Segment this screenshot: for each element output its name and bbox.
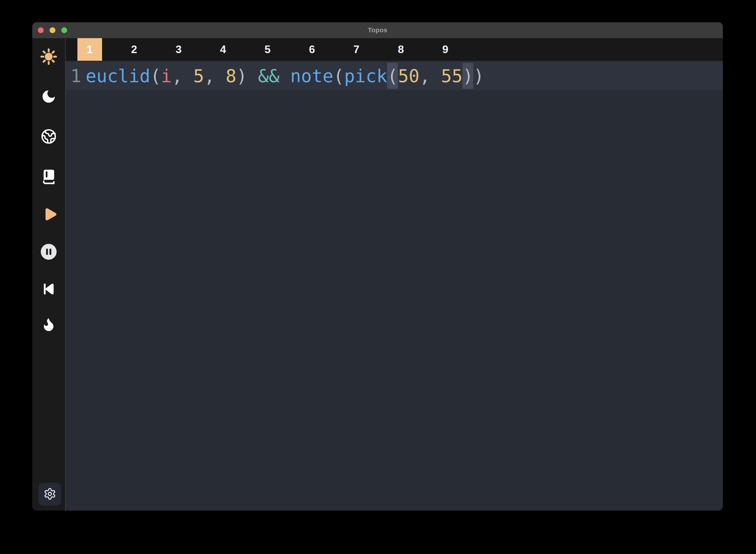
code-editor[interactable]: 1 euclid(i, 5, 8) && note(pick(50, 55)): [66, 61, 723, 510]
sidebar: [32, 38, 66, 510]
gear-icon: [44, 487, 56, 501]
zoom-button[interactable]: [61, 27, 67, 33]
code-token: euclid: [86, 65, 150, 86]
tab-4[interactable]: 4: [201, 38, 245, 61]
code-token: ,: [420, 65, 441, 86]
tab-label: 6: [300, 38, 324, 61]
editor-line-1[interactable]: 1 euclid(i, 5, 8) && note(pick(50, 55)): [66, 62, 723, 90]
flame-icon: [41, 316, 57, 332]
code-token: 5: [193, 65, 204, 86]
code-text: euclid(i, 5, 8) && note(pick(50, 55)): [86, 62, 484, 90]
code-token: &&: [258, 65, 290, 86]
code-token: (: [333, 65, 344, 86]
play-icon: [40, 206, 58, 224]
app-window: Topos: [32, 22, 723, 510]
code-token: i: [161, 65, 172, 86]
docs-button[interactable]: [41, 168, 57, 185]
code-token: 8: [226, 65, 236, 86]
matched-bracket: ): [462, 63, 473, 89]
code-token: ): [473, 65, 484, 86]
settings-button[interactable]: [39, 483, 61, 506]
code-token: pick: [344, 65, 387, 86]
window-body: 1 2 3 4 5 6: [32, 38, 723, 510]
code-token: ): [236, 65, 258, 86]
theme-light-button[interactable]: [41, 48, 57, 65]
tab-9[interactable]: 9: [423, 38, 468, 61]
pause-button[interactable]: [41, 243, 57, 260]
pause-icon: [40, 243, 58, 261]
matched-bracket: (: [387, 63, 398, 89]
tab-label: 4: [211, 38, 236, 61]
tab-5[interactable]: 5: [245, 38, 290, 61]
skip-back-icon: [41, 281, 56, 297]
code-token: 55: [441, 65, 462, 86]
tab-2[interactable]: 2: [112, 38, 156, 61]
flame-button[interactable]: [41, 316, 57, 332]
tab-8[interactable]: 8: [379, 38, 423, 61]
code-token: (: [150, 65, 161, 86]
moon-icon: [41, 88, 57, 105]
tab-label: 1: [77, 38, 102, 61]
tab-label: 5: [255, 38, 280, 61]
line-number: 1: [70, 62, 81, 90]
play-button[interactable]: [41, 207, 57, 223]
book-icon: [41, 168, 57, 185]
tab-label: 3: [166, 38, 191, 61]
code-token: ,: [204, 65, 226, 86]
tab-1[interactable]: 1: [67, 38, 112, 61]
code-token: 50: [398, 65, 419, 86]
desktop: Topos: [0, 0, 756, 554]
tab-3[interactable]: 3: [156, 38, 201, 61]
globe-button[interactable]: [41, 128, 57, 145]
code-token: note: [290, 65, 333, 86]
skip-back-button[interactable]: [41, 281, 57, 297]
tab-label: 2: [122, 38, 146, 61]
globe-icon: [40, 128, 57, 145]
pattern-tabbar: 1 2 3 4 5 6: [66, 38, 723, 61]
sun-icon: [40, 48, 58, 66]
close-button[interactable]: [38, 27, 44, 33]
window-title: Topos: [368, 26, 387, 34]
tab-label: 8: [389, 38, 413, 61]
tab-label: 9: [433, 38, 458, 61]
code-token: ,: [172, 65, 193, 86]
tab-label: 7: [344, 38, 369, 61]
theme-dark-button[interactable]: [41, 88, 57, 105]
titlebar[interactable]: Topos: [32, 22, 723, 38]
traffic-lights: [32, 22, 67, 38]
tab-6[interactable]: 6: [290, 38, 334, 61]
content-area: 1 2 3 4 5 6: [66, 38, 723, 510]
tab-7[interactable]: 7: [334, 38, 379, 61]
minimize-button[interactable]: [50, 27, 55, 33]
